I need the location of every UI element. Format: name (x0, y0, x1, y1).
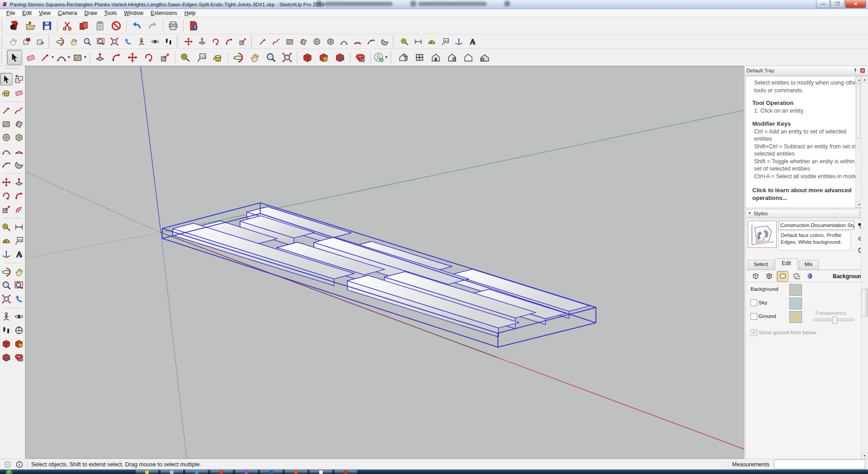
eraser-button[interactable] (13, 86, 25, 99)
extmanager-button[interactable] (13, 351, 25, 364)
rotate-button[interactable] (141, 50, 156, 65)
zoom-window-button[interactable] (13, 279, 25, 292)
tape-button[interactable] (398, 35, 411, 48)
rotate-button[interactable] (209, 35, 222, 48)
minimize-button[interactable]: — (816, 0, 830, 8)
scale-button[interactable] (157, 50, 173, 65)
chevron-down-icon[interactable]: ▼ (67, 55, 71, 59)
arc3-button[interactable] (365, 35, 377, 48)
line-button[interactable] (0, 104, 13, 117)
walk-button[interactable] (0, 324, 13, 337)
info-icon[interactable] (15, 460, 24, 469)
line-button[interactable] (256, 35, 269, 48)
followme-button[interactable] (108, 50, 124, 65)
model-viewport[interactable] (25, 66, 744, 459)
look-around-button[interactable] (149, 35, 161, 48)
styles-section-header[interactable]: ▼ Styles (745, 209, 868, 218)
axes-button[interactable] (0, 248, 13, 261)
paste-button[interactable] (92, 18, 108, 33)
new-button[interactable] (7, 18, 22, 33)
tab-edit[interactable]: Edit (775, 258, 798, 270)
tray-scrollbar[interactable]: ▲ ▼ (861, 76, 868, 459)
rectangle-button[interactable]: ▼ (72, 50, 87, 65)
previous-button[interactable] (13, 293, 25, 305)
pie-open-button[interactable] (351, 35, 364, 48)
zoom-button[interactable] (0, 279, 13, 292)
menu-tools[interactable]: Tools (101, 9, 121, 17)
pushpull-button[interactable] (92, 50, 108, 65)
tab-mix[interactable]: Mix (799, 260, 819, 270)
rotate-button[interactable] (0, 190, 13, 202)
chevron-down-icon[interactable]: ▼ (51, 55, 55, 59)
chevron-down-icon[interactable]: ▼ (385, 55, 388, 59)
paint-button[interactable] (210, 50, 226, 65)
menu-extensions[interactable]: Extensions (147, 9, 181, 17)
advanced-operations-link[interactable]: Click to learn about more advanced opera… (752, 186, 861, 202)
protractor-button[interactable] (0, 234, 13, 247)
close-button[interactable]: ✕ (845, 0, 866, 8)
pie-open-button[interactable] (13, 145, 25, 157)
sharemodel-button[interactable] (332, 50, 348, 65)
previous-button[interactable] (122, 35, 134, 48)
show-ground-checkbox[interactable]: ✓ (750, 329, 757, 336)
ground-checkbox[interactable] (750, 313, 757, 320)
open-button[interactable] (23, 18, 38, 33)
copy-button[interactable] (76, 18, 91, 33)
select-button[interactable] (7, 50, 22, 65)
move-button[interactable] (0, 176, 13, 189)
view-right-button[interactable] (444, 50, 460, 65)
zoom-extents-button[interactable] (279, 50, 295, 65)
face-settings-button[interactable] (763, 271, 775, 282)
warehouse3d-button[interactable] (300, 50, 315, 65)
tape-button[interactable] (178, 50, 193, 65)
zoom-extents-button[interactable] (108, 35, 121, 48)
scale-button[interactable] (0, 203, 13, 216)
extwarehouse-button[interactable] (316, 50, 331, 65)
zoom-window-button[interactable] (94, 35, 107, 48)
redo-button[interactable] (145, 18, 160, 33)
menu-help[interactable]: Help (181, 9, 199, 17)
move-button[interactable] (125, 50, 140, 65)
tray-scroll-down-icon[interactable]: ▼ (861, 452, 868, 459)
tab-select[interactable]: Select (748, 260, 774, 270)
text-button[interactable]: A1 (13, 234, 25, 247)
position-camera-button[interactable] (135, 35, 148, 48)
arc2-button[interactable]: ▼ (56, 50, 71, 65)
interact-button[interactable] (7, 35, 19, 48)
style-description-field[interactable]: Default face colors. Profile Edges. Whit… (778, 231, 851, 251)
orbit-button[interactable] (54, 35, 66, 48)
view-front-button[interactable] (428, 50, 443, 65)
arc2-button[interactable] (338, 35, 350, 48)
pan-button[interactable] (13, 265, 25, 278)
followme-button[interactable] (223, 35, 236, 48)
component-attributes-button[interactable] (34, 35, 47, 48)
circle-button[interactable] (311, 35, 323, 48)
transparency-slider[interactable] (813, 318, 854, 321)
make-component-button[interactable] (13, 73, 25, 85)
save-button[interactable] (39, 18, 55, 33)
pan-button[interactable] (247, 50, 262, 65)
taskbar-buttons[interactable] (136, 470, 357, 474)
measurements-input[interactable] (774, 460, 865, 469)
scale-button[interactable] (236, 35, 249, 48)
menu-camera[interactable]: Camera (54, 9, 81, 17)
pie-button[interactable] (378, 35, 391, 48)
dimension-button[interactable] (13, 221, 25, 233)
view-back-button[interactable] (461, 50, 476, 65)
menu-window[interactable]: Window (121, 9, 147, 17)
orbit-button[interactable] (231, 50, 246, 65)
menu-edit[interactable]: Edit (19, 9, 35, 17)
rectangle-button[interactable] (283, 35, 296, 48)
watermark-settings-button[interactable] (790, 271, 802, 282)
viewport-canvas[interactable] (26, 66, 744, 458)
orbit-button[interactable] (0, 265, 13, 278)
sky-checkbox[interactable] (750, 299, 757, 306)
view-top-button[interactable] (412, 50, 427, 65)
compass-button[interactable] (13, 324, 25, 337)
look-around-button[interactable] (13, 310, 25, 323)
extwarehouse-button[interactable] (13, 337, 25, 350)
text-button[interactable]: A1 (439, 35, 452, 48)
restore-button[interactable]: ❐ (830, 0, 844, 8)
3dtext-button[interactable] (13, 248, 25, 261)
undo-button[interactable] (129, 18, 144, 33)
